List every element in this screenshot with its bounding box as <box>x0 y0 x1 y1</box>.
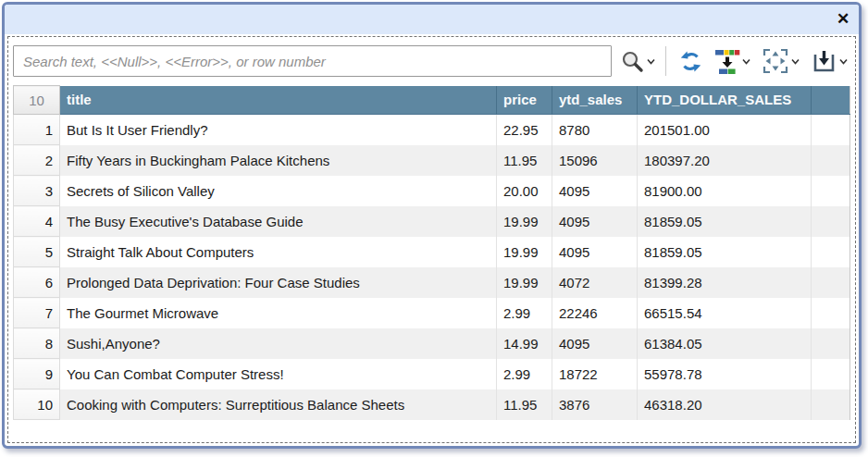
cell-ytd-dollar-sales: 201501.00 <box>638 115 812 145</box>
results-grid: 10 title price ytd_sales YTD_DOLLAR_SALE… <box>13 85 850 420</box>
search-input[interactable] <box>13 45 612 77</box>
cell-price: 11.95 <box>497 145 552 176</box>
cell-ytd-dollar-sales: 81859.05 <box>638 237 812 267</box>
cell-price: 20.00 <box>497 176 552 206</box>
title-bar: ✕ <box>5 5 859 34</box>
header-row: 10 title price ytd_sales YTD_DOLLAR_SALE… <box>14 86 850 115</box>
cell-title: The Busy Executive's Database Guide <box>60 206 497 237</box>
cell-ytd-dollar-sales: 180397.20 <box>638 145 812 176</box>
cell-title: Fifty Years in Buckingham Palace Kitchen… <box>60 145 497 176</box>
cell-title: But Is It User Friendly? <box>60 115 497 145</box>
table-row[interactable]: 2 Fifty Years in Buckingham Palace Kitch… <box>14 145 850 176</box>
cell-ytd-dollar-sales: 81399.28 <box>638 267 812 298</box>
cell-filler <box>812 145 850 176</box>
cell-filler <box>812 298 850 328</box>
magnifier-icon <box>620 49 645 74</box>
refresh-icon <box>678 49 703 74</box>
cell-ytd-sales: 4095 <box>552 237 638 267</box>
column-header-ytd-sales[interactable]: ytd_sales <box>552 86 638 115</box>
table-row[interactable]: 7 The Gourmet Microwave 2.99 22246 66515… <box>14 298 850 328</box>
row-number: 5 <box>14 237 60 267</box>
cell-ytd-sales: 4072 <box>552 267 638 298</box>
cell-ytd-sales: 22246 <box>552 298 638 328</box>
table-row[interactable]: 9 You Can Combat Computer Stress! 2.99 1… <box>14 359 850 389</box>
chevron-down-icon <box>791 58 800 65</box>
table-row[interactable]: 5 Straight Talk About Computers 19.99 40… <box>14 237 850 267</box>
row-number: 9 <box>14 359 60 389</box>
cell-title: Prolonged Data Deprivation: Four Case St… <box>60 267 497 298</box>
row-number: 1 <box>14 115 60 145</box>
export-icon <box>811 48 837 75</box>
table-row[interactable]: 4 The Busy Executive's Database Guide 19… <box>14 206 850 237</box>
cell-filler <box>812 237 850 267</box>
cell-title: The Gourmet Microwave <box>60 298 497 328</box>
cell-price: 19.99 <box>497 237 552 267</box>
cell-filler <box>812 176 850 206</box>
chevron-down-icon <box>647 58 655 65</box>
cell-filler <box>812 206 850 237</box>
table-row[interactable]: 3 Secrets of Silicon Valley 20.00 4095 8… <box>14 176 850 206</box>
row-number: 10 <box>14 389 60 420</box>
table-row[interactable]: 10 Cooking with Computers: Surreptitious… <box>14 389 850 420</box>
cell-price: 2.99 <box>497 298 552 328</box>
toolbar-separator <box>665 46 666 76</box>
cell-ytd-dollar-sales: 81859.05 <box>638 206 812 237</box>
cell-filler <box>812 115 850 145</box>
close-button[interactable]: ✕ <box>827 6 859 32</box>
cell-price: 22.95 <box>497 115 552 145</box>
cell-price: 14.99 <box>497 328 552 359</box>
row-number: 2 <box>14 145 60 176</box>
row-number: 3 <box>14 176 60 206</box>
cell-title: Secrets of Silicon Valley <box>60 176 497 206</box>
cell-price: 19.99 <box>497 267 552 298</box>
cell-price: 19.99 <box>497 206 552 237</box>
cell-ytd-sales: 18722 <box>552 359 638 389</box>
search-options-button[interactable] <box>617 47 658 76</box>
column-header-price[interactable]: price <box>497 86 552 115</box>
table-row[interactable]: 8 Sushi,Anyone? 14.99 4095 61384.05 <box>14 328 850 359</box>
fit-to-window-button[interactable] <box>759 45 802 77</box>
column-format-button[interactable] <box>712 46 753 76</box>
row-number: 8 <box>14 328 60 359</box>
cell-ytd-dollar-sales: 81900.00 <box>638 176 812 206</box>
results-window: ✕ <box>2 2 862 449</box>
row-number: 7 <box>14 298 60 328</box>
cell-title: You Can Combat Computer Stress! <box>60 359 497 389</box>
cell-ytd-sales: 8780 <box>552 115 638 145</box>
columns-format-icon <box>714 48 740 74</box>
cell-ytd-dollar-sales: 55978.78 <box>638 359 812 389</box>
cell-filler <box>812 328 850 359</box>
cell-filler <box>812 389 850 420</box>
cell-title: Sushi,Anyone? <box>60 328 497 359</box>
cell-ytd-sales: 4095 <box>552 176 638 206</box>
column-header-ytd-dollar-sales[interactable]: YTD_DOLLAR_SALES <box>638 86 812 115</box>
chevron-down-icon <box>839 58 848 65</box>
cell-ytd-sales: 3876 <box>552 389 638 420</box>
cell-filler <box>812 359 850 389</box>
chevron-down-icon <box>742 58 750 65</box>
cell-ytd-dollar-sales: 66515.54 <box>638 298 812 328</box>
table-row[interactable]: 6 Prolonged Data Deprivation: Four Case … <box>14 267 850 298</box>
row-count-badge[interactable]: 10 <box>14 86 60 115</box>
row-number: 4 <box>14 206 60 237</box>
row-number: 6 <box>14 267 60 298</box>
cell-ytd-sales: 15096 <box>552 145 638 176</box>
cell-ytd-sales: 4095 <box>552 206 638 237</box>
content-area: 10 title price ytd_sales YTD_DOLLAR_SALE… <box>7 36 856 443</box>
column-header-filler <box>812 86 850 115</box>
cell-filler <box>812 267 850 298</box>
cell-ytd-dollar-sales: 61384.05 <box>638 328 812 359</box>
export-button[interactable] <box>808 46 850 77</box>
cell-title: Straight Talk About Computers <box>60 237 497 267</box>
fit-to-window-icon <box>762 47 789 75</box>
cell-price: 11.95 <box>497 389 552 420</box>
table-row[interactable]: 1 But Is It User Friendly? 22.95 8780 20… <box>14 115 850 145</box>
cell-ytd-sales: 4095 <box>552 328 638 359</box>
refresh-button[interactable] <box>676 47 706 76</box>
cell-title: Cooking with Computers: Surreptitious Ba… <box>60 389 497 420</box>
column-header-title[interactable]: title <box>60 86 497 115</box>
cell-price: 2.99 <box>497 359 552 389</box>
cell-ytd-dollar-sales: 46318.20 <box>638 389 812 420</box>
toolbar <box>13 42 850 80</box>
